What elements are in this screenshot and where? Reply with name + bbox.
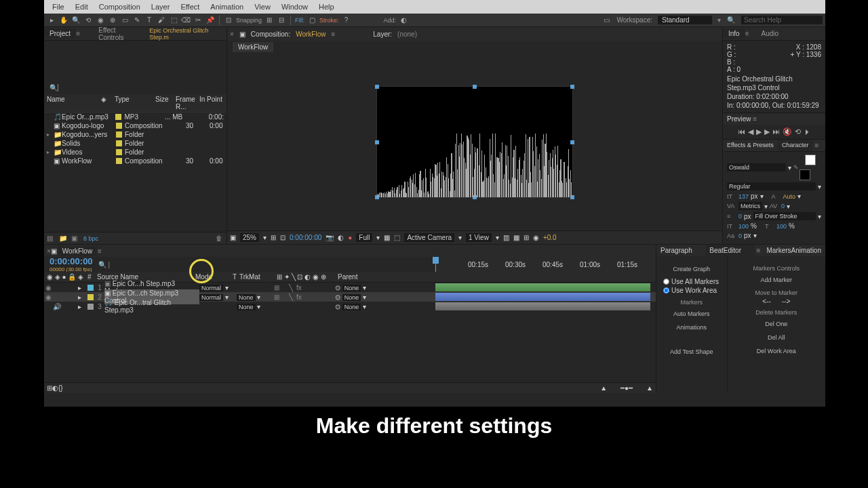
info-tab[interactable]: Info bbox=[723, 28, 745, 39]
camera-select[interactable]: Active Camera bbox=[404, 233, 454, 242]
vscale[interactable]: 100 bbox=[738, 223, 749, 230]
text-tool-icon[interactable]: T bbox=[144, 16, 154, 25]
blend-mode[interactable]: Normal bbox=[199, 294, 223, 301]
ram-preview-icon[interactable]: ⏵ bbox=[804, 127, 811, 136]
zoom-slider[interactable]: ━●━ bbox=[620, 384, 633, 392]
menu-edit[interactable]: Edit bbox=[70, 3, 94, 11]
menu-help[interactable]: Help bbox=[313, 3, 340, 11]
prev-frame-icon[interactable]: ◀ bbox=[748, 127, 753, 136]
add-marker-button[interactable]: Add Marker bbox=[730, 274, 823, 285]
col-frame[interactable]: Frame R... bbox=[176, 96, 199, 110]
exposure[interactable]: +0.0 bbox=[543, 234, 557, 241]
zoom-in-icon[interactable]: ▲ bbox=[646, 384, 653, 392]
current-time-indicator[interactable] bbox=[435, 257, 436, 272]
parent-select[interactable]: None bbox=[342, 294, 361, 301]
markersanimation-tab[interactable]: MarkersAnimation bbox=[762, 245, 825, 256]
3d-icon[interactable]: ⬚ bbox=[394, 234, 400, 241]
col-size[interactable]: Size bbox=[155, 96, 176, 110]
fill-swatch-icon[interactable]: ▢ bbox=[307, 16, 317, 25]
snap-icon[interactable]: ⊡ bbox=[224, 16, 233, 25]
auto-markers-button[interactable]: Auto Markers bbox=[659, 308, 724, 319]
timeline-tab[interactable]: WorkFlow bbox=[57, 246, 98, 256]
viewer-icon[interactable]: ▣ bbox=[230, 234, 236, 241]
channel-icon[interactable]: ◐ bbox=[338, 234, 344, 241]
col-parent[interactable]: Parent bbox=[338, 273, 395, 281]
mask-icon[interactable]: ⊡ bbox=[280, 234, 285, 241]
snap-opt2-icon[interactable]: ⊟ bbox=[277, 16, 286, 25]
effect-controls-tab[interactable]: Effect Controls bbox=[93, 25, 146, 43]
del-all-button[interactable]: Del All bbox=[730, 332, 823, 343]
project-item[interactable]: 📁SolidsFolder bbox=[44, 139, 226, 148]
effects-presets-tab[interactable]: Effects & Presets bbox=[723, 140, 778, 151]
hscale[interactable]: 100 bbox=[776, 223, 787, 230]
project-item[interactable]: ▣Kogoduo-logoComposition300:00 bbox=[44, 121, 226, 130]
comp-icon[interactable]: ▣ bbox=[71, 235, 79, 243]
add-icon[interactable]: ◐ bbox=[399, 16, 408, 25]
toggle-modes-icon[interactable]: ◐ bbox=[52, 384, 58, 392]
del-work-area-button[interactable]: Del Work Area bbox=[730, 346, 823, 357]
shape-tool-icon[interactable]: ▭ bbox=[120, 16, 130, 25]
project-item[interactable]: 🎵Epic Or...p.mp3MP3... MB0:00: bbox=[44, 113, 226, 121]
menu-layer[interactable]: Layer bbox=[146, 3, 176, 11]
menu-view[interactable]: View bbox=[249, 3, 276, 11]
comp-name[interactable]: WorkFlow bbox=[296, 30, 326, 38]
parent-select[interactable]: None bbox=[342, 304, 361, 310]
composition-viewer[interactable] bbox=[376, 86, 573, 198]
first-frame-icon[interactable]: ⏮ bbox=[738, 127, 745, 136]
zoom-tool-icon[interactable]: 🔍 bbox=[71, 16, 81, 25]
selection-tool-icon[interactable]: ▸ bbox=[47, 16, 56, 25]
play-icon[interactable]: ▶ bbox=[756, 127, 762, 136]
bpc-toggle[interactable]: 8 bpc bbox=[83, 235, 98, 242]
search-input[interactable]: Search Help bbox=[741, 16, 823, 24]
use-all-markers-radio[interactable]: Use All Markers bbox=[659, 277, 724, 286]
menu-effect[interactable]: Effect bbox=[175, 3, 205, 11]
project-search[interactable]: 🔍 bbox=[44, 81, 226, 94]
next-frame-icon[interactable]: ▶ bbox=[764, 127, 770, 136]
del-one-button[interactable]: Del One bbox=[730, 319, 823, 329]
timeline-search[interactable]: 🔍 | bbox=[98, 261, 110, 268]
audio-tab[interactable]: Audio bbox=[756, 28, 785, 39]
kerning-select[interactable]: Metrics bbox=[738, 202, 762, 210]
beateditor-tab[interactable]: BeatEditor bbox=[705, 245, 754, 256]
loop-icon[interactable]: ⟲ bbox=[795, 127, 801, 136]
col-name[interactable]: Name bbox=[47, 96, 101, 110]
view-select[interactable]: 1 View bbox=[466, 233, 492, 242]
camera-tool-icon[interactable]: ◉ bbox=[96, 16, 105, 25]
menu-animation[interactable]: Animation bbox=[205, 3, 249, 11]
region-icon[interactable]: ● bbox=[348, 234, 352, 241]
blend-mode[interactable]: Normal bbox=[199, 285, 223, 291]
stroke-swatch-icon[interactable]: ? bbox=[342, 16, 351, 25]
rotate-tool-icon[interactable]: ⟲ bbox=[83, 16, 93, 25]
next-marker-button[interactable]: --> bbox=[782, 298, 791, 305]
visibility-icon[interactable]: ◉ bbox=[45, 293, 52, 301]
snapping-label[interactable]: Snapping bbox=[236, 17, 262, 24]
pen-tool-icon[interactable]: ✎ bbox=[132, 16, 142, 25]
menu-composition[interactable]: Composition bbox=[94, 3, 146, 11]
brackets-icon[interactable]: {} bbox=[58, 384, 63, 392]
comp-close-icon[interactable]: × bbox=[230, 30, 234, 38]
tracking-value[interactable]: 0 bbox=[781, 203, 785, 209]
interpret-icon[interactable]: ▤ bbox=[47, 235, 55, 243]
leading-value[interactable]: Auto bbox=[783, 193, 796, 200]
trkmat-select[interactable]: None bbox=[237, 294, 256, 301]
last-frame-icon[interactable]: ⏭ bbox=[772, 127, 780, 136]
add-test-shape-button[interactable]: Add Test Shape bbox=[659, 346, 724, 357]
parent-select[interactable]: None bbox=[342, 285, 361, 291]
layer-bar[interactable] bbox=[435, 302, 650, 310]
project-item[interactable]: ▸📁Kogoduo...yersFolder bbox=[44, 130, 226, 139]
roto-tool-icon[interactable]: ✂ bbox=[193, 16, 203, 25]
puppet-tool-icon[interactable]: 📌 bbox=[205, 16, 215, 25]
view-opt2-icon[interactable]: ▦ bbox=[513, 234, 519, 241]
zoom-out-icon[interactable]: ▲ bbox=[600, 384, 607, 392]
fill-color[interactable] bbox=[805, 155, 816, 165]
hand-tool-icon[interactable]: ✋ bbox=[59, 16, 68, 25]
trkmat-select[interactable]: None bbox=[237, 304, 256, 310]
col-in[interactable]: In Point bbox=[199, 96, 222, 110]
character-tab[interactable]: Character bbox=[778, 140, 813, 151]
stroke-color[interactable] bbox=[800, 169, 810, 180]
screen-icon[interactable]: ▭ bbox=[601, 16, 611, 25]
stroke-width[interactable]: 0 bbox=[738, 213, 742, 220]
baseline[interactable]: 0 bbox=[738, 232, 742, 239]
use-work-area-radio[interactable]: Use Work Area bbox=[659, 286, 724, 295]
paragraph-tab[interactable]: Paragraph bbox=[656, 245, 705, 256]
